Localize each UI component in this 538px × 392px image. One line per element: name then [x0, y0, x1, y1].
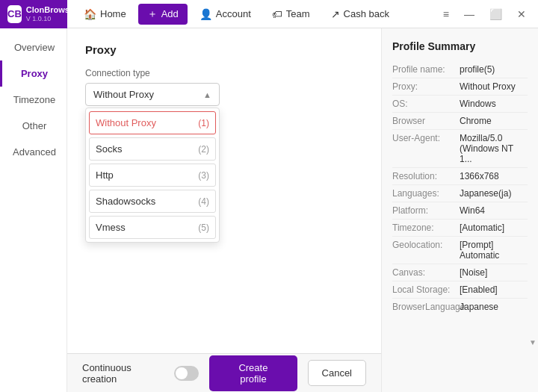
chevron-up-icon: ▲ — [203, 90, 211, 99]
bottom-bar: Continuous creation Create profile Cance… — [67, 353, 381, 392]
nav-team-label: Team — [286, 8, 310, 19]
profile-val-10: [Noise] — [460, 267, 487, 278]
profile-row-9: Geolocation:[Prompt] Automatic — [392, 237, 528, 264]
dropdown-item-2[interactable]: Http (3) — [89, 164, 216, 187]
proxy-section-title: Proxy — [85, 43, 363, 56]
profile-row-3: BrowserChrome — [392, 113, 528, 130]
main-layout: Overview Proxy Timezone Other Advanced P… — [0, 28, 538, 392]
profile-row-5: Resolution:1366x768 — [392, 168, 528, 185]
dropdown-item-0[interactable]: Without Proxy (1) — [89, 111, 216, 134]
cancel-button[interactable]: Cancel — [308, 360, 366, 386]
profile-val-9: [Prompt] Automatic — [460, 240, 528, 261]
home-icon: 🏠 — [84, 8, 96, 20]
scroll-down-icon: ▼ — [528, 337, 538, 347]
dropdown-selected-value: Without Proxy — [93, 89, 154, 100]
dropdown-item-number-3: (4) — [198, 196, 209, 207]
menu-button[interactable]: ≡ — [439, 6, 454, 22]
sidebar-item-other[interactable]: Other — [0, 113, 67, 139]
profile-row-11: Local Storage:[Enabled] — [392, 281, 528, 299]
profile-val-4: Mozilla/5.0 (Windows NT 1... — [460, 133, 528, 164]
minimize-button[interactable]: — — [460, 6, 479, 22]
connection-type-dropdown[interactable]: Without Proxy ▲ Without Proxy (1) Socks … — [85, 83, 220, 106]
nav-cashback-label: Cash back — [344, 8, 389, 19]
profile-key-10: Canvas: — [392, 267, 460, 278]
profile-key-0: Profile name: — [392, 64, 460, 75]
continuous-creation-toggle[interactable] — [174, 366, 200, 381]
profile-key-12: BrowserLanguage — [392, 302, 460, 312]
nav-add-label: Add — [161, 8, 179, 19]
dropdown-item-3[interactable]: Shadowsocks (4) — [89, 190, 216, 213]
profile-row-7: Platform:Win64 — [392, 202, 528, 220]
profile-key-2: OS: — [392, 99, 460, 109]
profile-val-0: profile(5) — [460, 64, 495, 75]
profile-val-6: Japanese(ja) — [460, 188, 511, 199]
profile-row-1: Proxy:Without Proxy — [392, 78, 528, 96]
toggle-knob — [176, 367, 188, 379]
profile-row-2: OS:Windows — [392, 96, 528, 113]
titlebar: CB ClonBrowser V 1.0.10 🏠 Home ＋ Add 👤 A… — [0, 0, 538, 28]
profile-rows: Profile name:profile(5)Proxy:Without Pro… — [392, 61, 528, 315]
profile-val-8: [Automatic] — [460, 223, 504, 233]
cashback-icon: ↗ — [331, 8, 340, 20]
nav-home[interactable]: 🏠 Home — [75, 4, 135, 24]
profile-key-3: Browser — [392, 116, 460, 126]
dropdown-item-label-3: Shadowsocks — [96, 196, 155, 207]
dropdown-item-number-1: (2) — [198, 144, 209, 155]
profile-key-6: Languages: — [392, 188, 460, 199]
nav-home-label: Home — [100, 8, 126, 19]
profile-summary-panel: Profile Summary Profile name:profile(5)P… — [381, 28, 538, 392]
sidebar-item-advanced[interactable]: Advanced — [0, 139, 67, 165]
dropdown-item-4[interactable]: Vmess (5) — [89, 216, 216, 239]
nav-cashback[interactable]: ↗ Cash back — [322, 4, 398, 24]
sidebar: Overview Proxy Timezone Other Advanced — [0, 28, 67, 392]
window-controls: ≡ — ⬜ ✕ — [431, 6, 538, 22]
dropdown-item-number-2: (3) — [198, 170, 209, 181]
nav-add[interactable]: ＋ Add — [138, 4, 188, 25]
content-area: Proxy Connection type Without Proxy ▲ Wi… — [67, 28, 381, 392]
maximize-button[interactable]: ⬜ — [485, 6, 507, 22]
dropdown-item-label-0: Without Proxy — [96, 117, 156, 128]
dropdown-item-number-4: (5) — [198, 223, 209, 233]
profile-val-12: Japanese — [460, 302, 498, 312]
nav-account[interactable]: 👤 Account — [191, 4, 260, 24]
profile-key-11: Local Storage: — [392, 284, 460, 295]
profile-row-8: Timezone:[Automatic] — [392, 220, 528, 237]
dropdown-item-label-4: Vmess — [96, 222, 126, 233]
profile-val-1: Without Proxy — [460, 81, 516, 92]
continuous-creation-label: Continuous creation — [82, 362, 164, 385]
profile-key-9: Geolocation: — [392, 240, 460, 261]
dropdown-trigger[interactable]: Without Proxy ▲ — [85, 83, 220, 106]
profile-val-5: 1366x768 — [460, 171, 499, 181]
nav-team[interactable]: 🏷 Team — [263, 4, 319, 24]
profile-val-3: Chrome — [460, 116, 492, 126]
titlebar-nav: 🏠 Home ＋ Add 👤 Account 🏷 Team ↗ Cash bac… — [67, 4, 431, 25]
profile-summary-title: Profile Summary — [392, 40, 528, 52]
profile-row-6: Languages:Japanese(ja) — [392, 185, 528, 202]
nav-account-label: Account — [216, 8, 251, 19]
create-profile-button[interactable]: Create profile — [209, 355, 297, 391]
profile-val-11: [Enabled] — [460, 284, 498, 295]
profile-key-5: Resolution: — [392, 171, 460, 181]
add-icon: ＋ — [147, 7, 158, 21]
profile-val-2: Windows — [460, 99, 496, 109]
close-button[interactable]: ✕ — [513, 6, 531, 22]
dropdown-item-number-0: (1) — [198, 118, 209, 128]
dropdown-item-label-2: Http — [96, 169, 114, 181]
dropdown-item-label-1: Socks — [96, 143, 122, 155]
profile-row-4: User-Agent:Mozilla/5.0 (Windows NT 1... — [392, 130, 528, 168]
sidebar-item-proxy[interactable]: Proxy — [0, 60, 67, 87]
profile-key-7: Platform: — [392, 205, 460, 216]
profile-val-7: Win64 — [460, 205, 485, 216]
app-logo: CB ClonBrowser V 1.0.10 — [0, 0, 67, 28]
profile-key-4: User-Agent: — [392, 133, 460, 164]
sidebar-item-timezone[interactable]: Timezone — [0, 87, 67, 113]
profile-row-0: Profile name:profile(5) — [392, 61, 528, 78]
logo-icon: CB — [7, 5, 22, 23]
profile-row-10: Canvas:[Noise] — [392, 264, 528, 281]
profile-key-1: Proxy: — [392, 81, 460, 92]
dropdown-item-1[interactable]: Socks (2) — [89, 137, 216, 161]
team-icon: 🏷 — [272, 8, 282, 20]
profile-row-12: BrowserLanguageJapanese — [392, 299, 528, 315]
sidebar-item-overview[interactable]: Overview — [0, 34, 67, 60]
connection-type-label: Connection type — [85, 68, 363, 78]
